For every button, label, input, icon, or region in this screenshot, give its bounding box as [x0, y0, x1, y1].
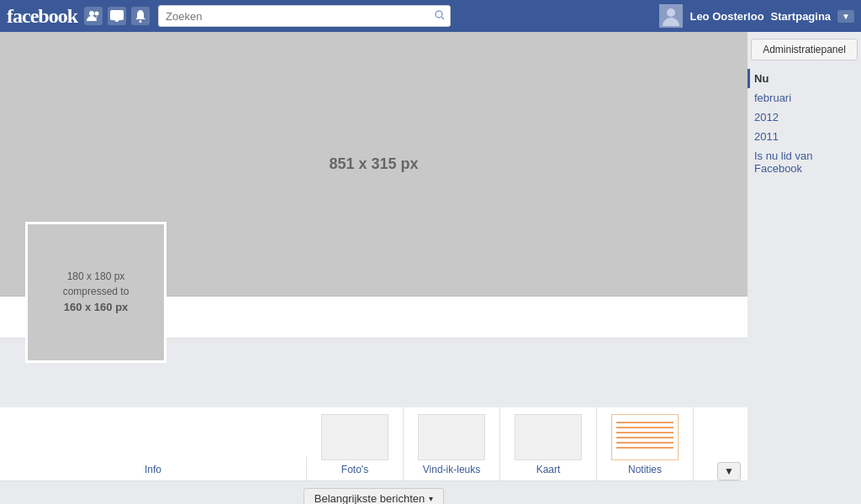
tab-info-label: Info	[145, 464, 161, 480]
search-input[interactable]	[159, 10, 430, 23]
right-sidebar: Administratiepanel Nu februari 2012 2011…	[747, 32, 861, 504]
timeline-item-februari[interactable]: februari	[747, 88, 861, 108]
berichten-button[interactable]: Belangrijkste berichten ▾	[304, 488, 445, 504]
tab-more: ▼	[710, 462, 747, 480]
tab-fotos[interactable]: Foto's	[307, 407, 404, 480]
svg-marker-3	[114, 20, 119, 22]
profile-photo-container: 180 x 180 px compressed to 160 x 160 px	[25, 222, 166, 363]
svg-line-6	[442, 18, 445, 20]
berichten-label: Belangrijkste berichten	[314, 492, 425, 504]
svg-point-4	[140, 20, 142, 23]
timeline-item-2011-label: 2011	[754, 130, 779, 143]
tab-vind-ik-leuks[interactable]: Vind-ik-leuks	[404, 407, 500, 480]
facebook-logo: facebook	[7, 5, 77, 28]
search-button[interactable]	[430, 9, 450, 23]
timeline-item-is-nu-lid[interactable]: Is nu lid van Facebook	[747, 146, 861, 178]
nav-icon-group	[84, 7, 150, 25]
tab-notities-label: Notities	[628, 464, 662, 480]
berichten-caret-icon: ▾	[429, 494, 433, 503]
svg-point-5	[436, 11, 442, 18]
profile-content: 851 x 315 px 180 x 180 px compressed to …	[0, 32, 747, 504]
profile-tabs: Info Foto's Vind-ik-leuks Kaart Notities…	[0, 407, 747, 481]
nav-right: Leo Oosterloo Startpagina ▼	[659, 4, 854, 28]
tab-kaart-thumbnail	[515, 414, 582, 460]
home-link[interactable]: Startpagina	[771, 10, 832, 23]
tab-fotos-label: Foto's	[341, 464, 368, 480]
user-name: Leo Oosterloo	[689, 10, 763, 23]
profile-photo: 180 x 180 px compressed to 160 x 160 px	[25, 222, 166, 363]
friends-icon[interactable]	[84, 7, 103, 25]
timeline-item-februari-label: februari	[754, 92, 791, 104]
tab-fotos-thumbnail	[321, 414, 388, 460]
nav-dropdown-button[interactable]: ▼	[837, 10, 854, 23]
search-bar	[158, 5, 451, 27]
main-content: 851 x 315 px 180 x 180 px compressed to …	[0, 32, 861, 504]
messages-icon[interactable]	[108, 7, 126, 25]
tab-notities[interactable]: Notities	[597, 407, 694, 480]
tab-info[interactable]: Info	[0, 457, 307, 480]
tab-kaart-label: Kaart	[536, 464, 561, 480]
svg-point-8	[667, 8, 675, 17]
timeline-item-nu[interactable]: Nu	[747, 69, 861, 88]
cover-photo-area: 851 x 315 px 180 x 180 px compressed to …	[0, 32, 747, 297]
timeline-item-2011[interactable]: 2011	[747, 127, 861, 146]
admin-panel-button[interactable]: Administratiepanel	[751, 39, 858, 60]
tab-vind-ik-leuks-thumbnail	[418, 414, 485, 460]
profile-photo-size-line3: 160 x 160 px	[64, 299, 129, 316]
tab-kaart[interactable]: Kaart	[500, 407, 597, 480]
tab-more-button[interactable]: ▼	[717, 462, 741, 480]
avatar	[659, 4, 683, 28]
profile-photo-size-line1: 180 x 180 px	[67, 269, 125, 284]
tab-vind-ik-leuks-label: Vind-ik-leuks	[423, 464, 480, 480]
top-navigation: facebook	[0, 0, 861, 32]
profile-photo-compressed-label: compressed to	[63, 284, 129, 299]
svg-point-1	[95, 12, 99, 16]
timeline-item-2012-label: 2012	[754, 111, 779, 123]
svg-point-0	[89, 11, 94, 16]
timeline-item-is-nu-lid-label: Is nu lid van Facebook	[754, 150, 854, 175]
timeline-item-2012[interactable]: 2012	[747, 108, 861, 127]
timeline-item-nu-label: Nu	[754, 72, 769, 85]
svg-rect-2	[110, 10, 124, 20]
notifications-icon[interactable]	[131, 7, 150, 25]
tab-notities-thumbnail	[611, 414, 679, 460]
timeline-navigation: Nu februari 2012 2011 Is nu lid van Face…	[747, 69, 861, 178]
berichten-bar: Belangrijkste berichten ▾	[0, 481, 747, 504]
cover-size-label: 851 x 315 px	[329, 155, 418, 173]
